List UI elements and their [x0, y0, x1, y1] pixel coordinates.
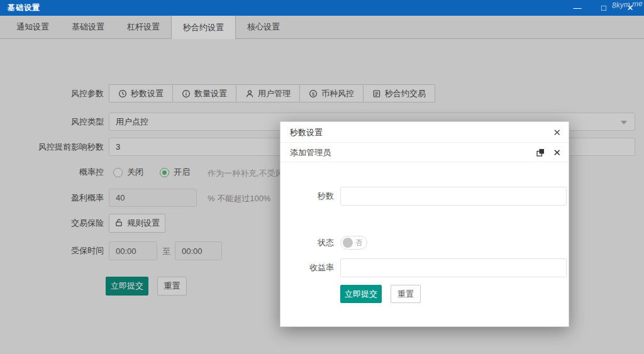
rate-field-label: 收益率 [280, 258, 334, 277]
minimize-icon[interactable]: — [572, 0, 582, 16]
titlebar: 基础设置 — □ ✕ 8kym.me [0, 0, 644, 16]
app-window: 基础设置 — □ ✕ 8kym.me 通知设置 基础设置 杠杆设置 秒合约设置 … [0, 0, 644, 354]
toggle-off-label: 否 [355, 238, 362, 248]
tab-notify-settings[interactable]: 通知设置 [5, 15, 60, 38]
dollar-icon: $ [309, 89, 318, 98]
user-icon [245, 89, 254, 98]
rule-setting-button[interactable]: 规则设置 [109, 214, 165, 233]
button-label: 秒合约交易 [385, 88, 426, 99]
tab-second-contract-settings[interactable]: 秒合约设置 [171, 15, 236, 39]
radio-circle-icon [160, 168, 169, 177]
risk-seconds-label: 风控提前影响秒数 [0, 138, 104, 156]
modal-close-icon[interactable]: ✕ [553, 122, 561, 143]
seconds-input[interactable] [340, 187, 567, 206]
modal-subheader: 添加管理员 ✕ [280, 143, 569, 162]
info-icon [182, 89, 191, 98]
submit-button[interactable]: 立即提交 [106, 277, 148, 296]
toggle-knob-icon [343, 238, 353, 248]
svg-text:$: $ [312, 91, 315, 96]
radio-on[interactable]: 开启 [160, 167, 190, 178]
profit-probability-label: 盈利概率 [0, 189, 104, 207]
insured-time-from-input[interactable] [109, 241, 157, 260]
button-label: 数量设置 [194, 88, 227, 99]
profit-probability-hint: % 不能超过100% [208, 193, 270, 204]
button-label: 币种风控 [321, 88, 354, 99]
form-icon [372, 89, 381, 98]
tab-leverage-settings[interactable]: 杠杆设置 [116, 15, 171, 38]
maximize-icon[interactable]: □ [599, 0, 609, 16]
user-management-button[interactable]: 用户管理 [236, 84, 299, 102]
close-icon[interactable]: ✕ [625, 0, 635, 16]
seconds-setting-button[interactable]: 秒数设置 [109, 84, 172, 102]
maximize-layer-icon[interactable] [536, 148, 545, 157]
window-title: 基础设置 [8, 3, 40, 13]
radio-off[interactable]: 关闭 [113, 167, 143, 178]
profit-probability-input[interactable] [109, 189, 197, 207]
radio-circle-icon [113, 168, 123, 177]
reset-button[interactable]: 重置 [157, 277, 187, 296]
risk-params-label: 风控参数 [0, 84, 104, 102]
status-toggle[interactable]: 否 [340, 236, 367, 250]
modal-reset-button[interactable]: 重置 [391, 285, 421, 303]
insured-time-label: 受保时间 [0, 241, 104, 260]
risk-type-label: 风控类型 [0, 113, 104, 131]
quantity-setting-button[interactable]: 数量设置 [172, 84, 236, 102]
tab-basic-settings[interactable]: 基础设置 [60, 15, 116, 38]
settings-form: 风控参数 秒数设置 数量设置 用户管理 [0, 39, 644, 354]
status-field-label: 状态 [280, 236, 334, 250]
radio-label: 关闭 [127, 167, 143, 178]
insured-time-to-input[interactable] [175, 241, 222, 260]
modal-title: 秒数设置 [290, 128, 323, 137]
modal-submit-button[interactable]: 立即提交 [340, 285, 382, 303]
risk-type-value: 用户点控 [116, 117, 148, 126]
tab-core-settings[interactable]: 核心设置 [236, 15, 291, 38]
button-label: 规则设置 [127, 218, 160, 229]
probability-control-label: 概率控 [0, 167, 104, 177]
seconds-field-label: 秒数 [280, 187, 334, 206]
tabbar: 通知设置 基础设置 杠杆设置 秒合约设置 核心设置 [0, 16, 644, 39]
modal-subtitle: 添加管理员 [290, 148, 331, 157]
insured-time-separator: 至 [162, 246, 170, 257]
second-contract-trade-button[interactable]: 秒合约交易 [363, 84, 435, 102]
radio-label: 开启 [174, 167, 190, 178]
seconds-setting-modal: 秒数设置 ✕ 添加管理员 ✕ 秒数 状态 否 [280, 121, 569, 327]
chevron-down-icon [621, 121, 627, 124]
button-label: 秒数设置 [131, 88, 164, 99]
risk-params-button-group: 秒数设置 数量设置 用户管理 $ 币种风控 [109, 84, 435, 102]
rate-input[interactable] [340, 258, 567, 277]
coin-risk-button[interactable]: $ 币种风控 [299, 84, 363, 102]
modal-header: 秒数设置 ✕ [280, 122, 569, 143]
button-label: 用户管理 [258, 88, 291, 99]
modal-subheader-controls: ✕ [536, 143, 561, 162]
unlock-icon [114, 218, 123, 229]
trade-insurance-label: 交易保险 [0, 214, 104, 233]
modal-form: 秒数 状态 否 收益率 立即提交 重置 [280, 162, 569, 328]
window-controls: — □ ✕ [572, 0, 635, 16]
probability-radio-group: 关闭 开启 [113, 167, 190, 178]
close-layer-icon[interactable]: ✕ [553, 143, 561, 162]
clock-icon [118, 89, 127, 98]
